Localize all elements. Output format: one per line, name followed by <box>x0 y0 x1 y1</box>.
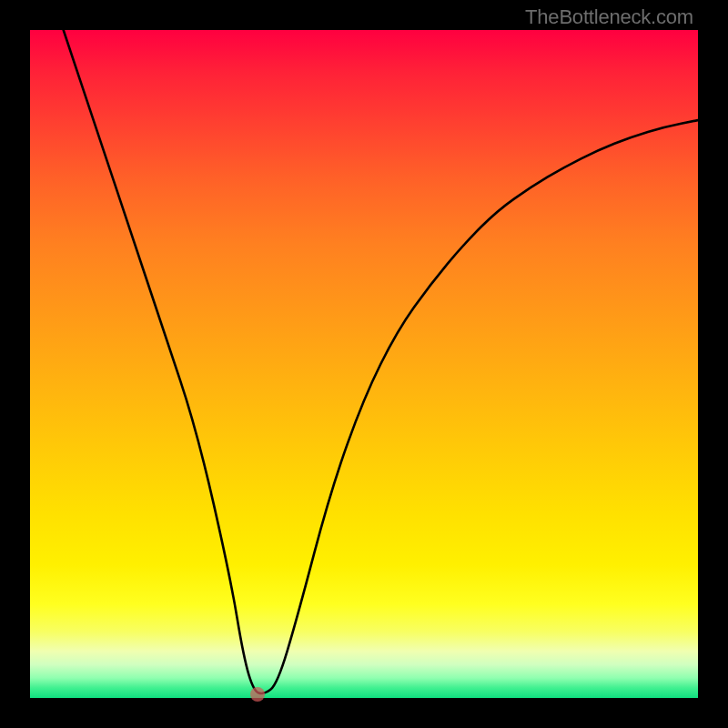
watermark-text: TheBottleneck.com <box>525 5 693 29</box>
optimal-point-marker <box>250 687 265 702</box>
chart-frame: TheBottleneck.com <box>0 0 728 728</box>
bottleneck-curve <box>64 30 698 693</box>
curve-layer <box>30 30 698 698</box>
